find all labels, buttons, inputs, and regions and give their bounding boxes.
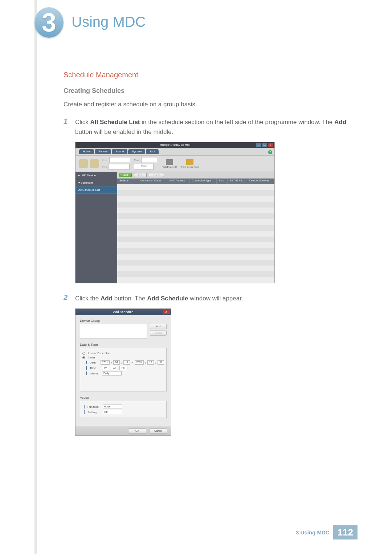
footer-label: 3 Using MDC bbox=[296, 529, 333, 535]
setting-select[interactable]: Off bbox=[103, 410, 122, 414]
device-group-list[interactable] bbox=[80, 324, 147, 338]
action-bar: Add Edit Delete bbox=[117, 172, 274, 178]
used-label: Used bbox=[102, 159, 108, 161]
volume-dropdown[interactable] bbox=[109, 164, 130, 170]
dialog-title: Add Schedule bbox=[113, 310, 133, 314]
step-text: Click All Schedule List in the schedule … bbox=[75, 117, 350, 137]
close-icon[interactable]: x bbox=[163, 309, 170, 314]
time-m-spin[interactable]: 22 bbox=[111, 366, 118, 370]
cancel-button[interactable]: Cancel bbox=[149, 428, 167, 434]
toolbar: Used Free Move More bbox=[75, 155, 274, 172]
bold-text: Add bbox=[101, 295, 113, 302]
fault-device[interactable]: Fault Device (0) bbox=[162, 159, 177, 168]
main-tabs: Home Picture Sound System Tool bbox=[79, 149, 159, 154]
instant-execution-row[interactable]: Instant Execution bbox=[82, 352, 164, 355]
col-settings[interactable]: Settings bbox=[117, 178, 138, 184]
move-label: Move bbox=[134, 159, 140, 161]
device-group-section: Device Group Add Delete bbox=[80, 319, 167, 338]
date-time-section: Date & Time Instant Execution Timer Date… bbox=[80, 343, 167, 391]
step-text: Click the Add button. The Add Schedule w… bbox=[75, 294, 243, 303]
radio-icon bbox=[82, 352, 85, 355]
fault-device-alert[interactable]: Fault Device Alert bbox=[181, 159, 199, 168]
tab-system[interactable]: System bbox=[128, 149, 145, 154]
dialog-footer: OK Cancel bbox=[75, 426, 171, 435]
maximize-icon[interactable]: ☐ bbox=[262, 143, 267, 147]
delete-button[interactable]: Delete bbox=[149, 173, 164, 177]
tab-picture[interactable]: Picture bbox=[95, 149, 111, 154]
bar-icon bbox=[86, 361, 87, 364]
minimize-icon[interactable]: – bbox=[256, 143, 261, 147]
date-d1-spin[interactable]: 11 bbox=[123, 360, 130, 365]
sidebar-item-schedule[interactable]: ▾ Schedule bbox=[75, 179, 117, 186]
date-y1-spin[interactable]: 2011 bbox=[101, 360, 110, 365]
step-1: 1 Click All Schedule List in the schedul… bbox=[64, 117, 350, 137]
intro-text: Create and register a schedule on a grou… bbox=[64, 100, 350, 109]
input-dropdown[interactable] bbox=[109, 157, 130, 163]
interval-select[interactable]: Daily bbox=[102, 371, 122, 376]
function-label: Function bbox=[87, 405, 101, 409]
date-y2-spin[interactable]: 2099 bbox=[135, 360, 144, 365]
screenshot-add-schedule-dialog: Add Schedule x Device Group Add Delete D… bbox=[75, 308, 171, 436]
bar-icon bbox=[86, 372, 87, 375]
sidebar-item-all-schedule-list[interactable]: All Schedule List bbox=[75, 186, 117, 194]
ok-button[interactable]: OK bbox=[128, 428, 146, 434]
add-button[interactable]: Add bbox=[119, 173, 132, 177]
fault-device-icon bbox=[166, 159, 173, 165]
setting-label: Setting bbox=[87, 411, 101, 414]
main-panel: Add Edit Delete Settings Connection Stat… bbox=[117, 172, 274, 283]
device-group-delete-button[interactable]: Delete bbox=[150, 331, 167, 336]
time-h-spin[interactable]: 07 bbox=[102, 366, 109, 370]
date-label: Date bbox=[90, 361, 99, 364]
power-off-icon[interactable] bbox=[90, 159, 99, 168]
window-titlebar: Multiple Display Control – ☐ x bbox=[75, 142, 274, 148]
step-2: 2 Click the Add button. The Add Schedule… bbox=[64, 294, 350, 303]
left-margin-bar bbox=[34, 0, 37, 554]
edit-button[interactable]: Edit bbox=[134, 173, 146, 177]
col-connection-status[interactable]: Connection Status bbox=[138, 178, 167, 184]
interval-label: Interval bbox=[90, 372, 101, 375]
tab-tool[interactable]: Tool bbox=[146, 149, 159, 154]
schedule-rows-empty bbox=[117, 184, 274, 283]
help-icon[interactable]: ? bbox=[268, 150, 272, 154]
chapter-number: 3 bbox=[42, 9, 56, 36]
move-dropdown[interactable] bbox=[141, 157, 157, 163]
tab-home[interactable]: Home bbox=[79, 149, 94, 154]
power-on-icon[interactable] bbox=[79, 159, 88, 168]
tab-sound[interactable]: Sound bbox=[112, 149, 127, 154]
col-set-id-range[interactable]: SET ID Ran… bbox=[228, 178, 247, 184]
page-number: 112 bbox=[333, 525, 358, 539]
close-icon[interactable]: x bbox=[268, 143, 273, 147]
text: Click bbox=[75, 119, 90, 126]
text: Click the bbox=[75, 295, 101, 302]
time-label: Time bbox=[90, 366, 101, 370]
date-d2-spin[interactable]: 31 bbox=[158, 360, 164, 365]
fault-device-label: Fault Device (0) bbox=[162, 166, 177, 168]
date-m1-spin[interactable]: 04 bbox=[113, 360, 120, 365]
action-section: Action Function Power Setting Off bbox=[80, 396, 167, 418]
function-select[interactable]: Power bbox=[103, 405, 122, 409]
timer-label: Timer bbox=[88, 356, 95, 359]
col-mac-address[interactable]: MAC Address bbox=[167, 178, 190, 184]
free-label: Free bbox=[102, 166, 107, 168]
fault-alert-label: Fault Device Alert bbox=[181, 166, 199, 168]
timer-row[interactable]: Timer bbox=[82, 356, 164, 359]
dialog-titlebar: Add Schedule x bbox=[75, 309, 171, 315]
col-connection-type[interactable]: Connection Type bbox=[190, 178, 217, 184]
time-ap-spin[interactable]: PM bbox=[119, 366, 127, 370]
col-port[interactable]: Port bbox=[217, 178, 228, 184]
sidebar-item-lfd-device[interactable]: ▸ LFD Device bbox=[75, 172, 117, 179]
more-button[interactable]: More bbox=[134, 164, 154, 170]
text: button. The bbox=[113, 295, 147, 302]
device-group-add-button[interactable]: Add bbox=[150, 324, 167, 329]
page-footer: 3 Using MDC 112 bbox=[296, 525, 358, 539]
step-number: 1 bbox=[64, 117, 70, 137]
text: in the schedule section on the left side… bbox=[140, 119, 335, 126]
date-time-label: Date & Time bbox=[80, 343, 167, 346]
date-m2-spin[interactable]: 12 bbox=[147, 360, 154, 365]
bold-text: All Schedule List bbox=[90, 119, 140, 126]
bar-icon bbox=[86, 366, 87, 370]
column-headers: Settings Connection Status MAC Address C… bbox=[117, 178, 274, 184]
col-detected-devices[interactable]: Detected Devices bbox=[247, 178, 274, 184]
action-label: Action bbox=[80, 396, 167, 399]
text: button will be enabled in the middle. bbox=[75, 128, 173, 135]
